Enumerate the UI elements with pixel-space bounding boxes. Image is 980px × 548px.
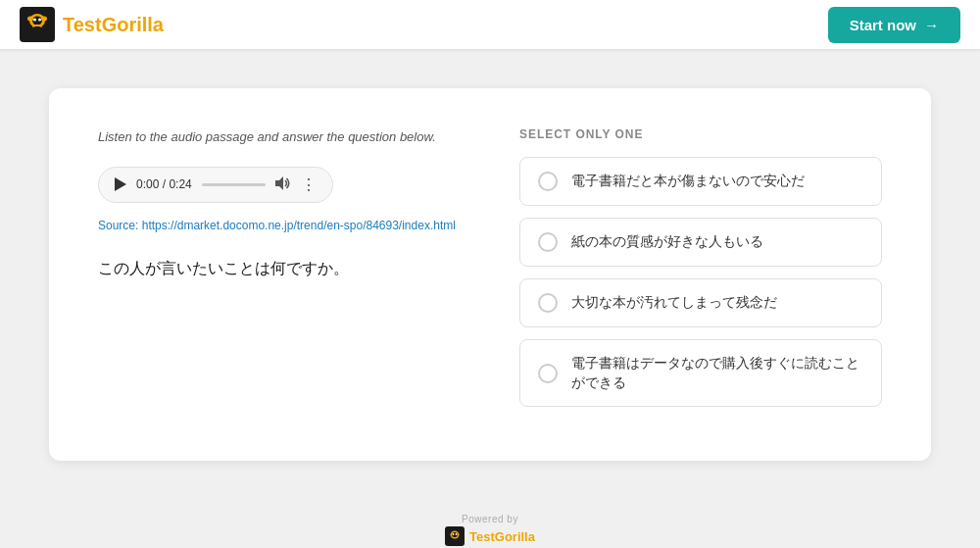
footer-logo: TestGorilla [445,526,535,546]
left-panel: Listen to the audio passage and answer t… [98,127,461,422]
instruction-text: Listen to the audio passage and answer t… [98,127,461,147]
options-list: 電子書籍だと本が傷まないので安心だ 紙の本の質感が好きな人もいる 大切な本が汚れ… [519,157,882,407]
logo: TestGorilla [20,7,164,42]
svg-point-4 [38,19,41,22]
audio-player[interactable]: 0:00 / 0:24 ⋮ [98,167,333,203]
audio-time: 0:00 / 0:24 [136,177,192,191]
svg-rect-8 [33,26,41,31]
option-2[interactable]: 紙の本の質感が好きな人もいる [519,218,882,267]
option-1-text: 電子書籍だと本が傷まないので安心だ [571,172,805,191]
header: TestGorilla Start now → [0,0,980,49]
svg-point-3 [33,19,36,22]
option-4[interactable]: 電子書籍はデータなので購入後すぐに読むことができる [519,339,882,407]
option-4-text: 電子書籍はデータなので購入後すぐに読むことができる [571,354,863,392]
radio-option-4[interactable] [538,364,558,383]
svg-point-15 [456,533,458,535]
footer-logo-text: TestGorilla [469,529,535,544]
powered-by-text: Powered by [462,514,518,524]
right-panel: SELECT ONLY ONE 電子書籍だと本が傷まないので安心だ 紙の本の質感… [519,127,882,422]
more-options-icon[interactable]: ⋮ [301,175,317,194]
svg-marker-9 [115,177,126,191]
start-now-button[interactable]: Start now → [828,7,960,43]
option-3-text: 大切な本が汚れてしまって残念だ [571,293,777,313]
footer: Powered by TestGorilla [0,500,980,548]
svg-point-14 [453,533,455,535]
radio-option-1[interactable] [538,172,558,191]
option-2-text: 紙の本の質感が好きな人もいる [571,232,763,252]
audio-progress-bar[interactable] [202,183,266,186]
source-label: Source: [98,219,142,232]
main-content: Listen to the audio passage and answer t… [0,49,980,500]
play-icon [115,177,126,191]
option-1[interactable]: 電子書籍だと本が傷まないので安心だ [519,157,882,206]
play-button[interactable] [115,177,126,191]
volume-icon[interactable] [275,176,291,193]
select-only-one-label: SELECT ONLY ONE [519,127,882,141]
question-card: Listen to the audio passage and answer t… [49,88,931,461]
radio-option-3[interactable] [538,293,558,313]
option-3[interactable]: 大切な本が汚れてしまって残念だ [519,278,882,327]
svg-point-6 [41,17,47,22]
arrow-right-icon: → [924,17,939,33]
footer-logo-icon [445,526,465,546]
svg-point-5 [27,17,33,22]
svg-marker-10 [275,176,283,190]
logo-text: TestGorilla [63,14,164,36]
source-link[interactable]: Source: https://dmarket.docomo.ne.jp/tre… [98,219,461,232]
radio-option-2[interactable] [538,232,558,252]
question-text: この人が言いたいことは何ですか。 [98,256,461,281]
testgorilla-logo-icon [20,7,55,42]
